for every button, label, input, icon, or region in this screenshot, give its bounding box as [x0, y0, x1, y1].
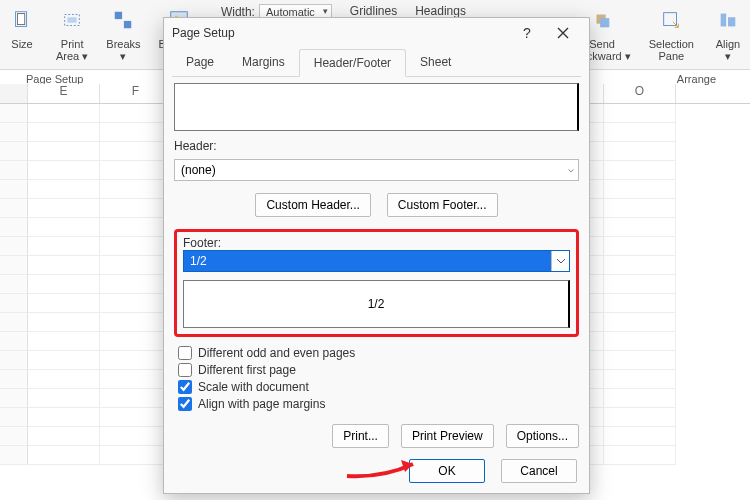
cancel-button[interactable]: Cancel: [501, 459, 577, 483]
page-setup-dialog: Page Setup ? Page Margins Header/Footer …: [163, 17, 590, 494]
svg-rect-5: [124, 21, 131, 28]
ok-button[interactable]: OK: [409, 459, 485, 483]
selection-pane-icon: [655, 4, 687, 36]
dialog-body: Header: (none) ⌵ Custom Header... Custom…: [164, 77, 589, 456]
dialog-titlebar: Page Setup ?: [164, 18, 589, 48]
tab-margins[interactable]: Margins: [228, 49, 299, 77]
chevron-down-icon: ⌵: [568, 163, 574, 174]
chk-odd-even[interactable]: Different odd and even pages: [178, 346, 579, 360]
dialog-tabs: Page Margins Header/Footer Sheet: [172, 48, 581, 77]
chk-scale[interactable]: Scale with document: [178, 380, 579, 394]
chk-align[interactable]: Align with page margins: [178, 397, 579, 411]
footer-label: Footer:: [183, 236, 570, 250]
ribbon-gridlines-col: Gridlines: [350, 4, 397, 18]
gridlines-label: Gridlines: [350, 4, 397, 18]
print-button[interactable]: Print...: [332, 424, 389, 448]
tab-page[interactable]: Page: [172, 49, 228, 77]
header-label: Header:: [174, 139, 579, 153]
svg-rect-3: [68, 17, 77, 23]
ribbon-selection-pane[interactable]: Selection Pane: [649, 4, 694, 62]
print-area-icon: [56, 4, 88, 36]
header-preview: [174, 83, 579, 131]
ribbon-headings-col: Headings: [415, 4, 466, 18]
svg-rect-9: [600, 18, 609, 27]
print-buttons-row: Print... Print Preview Options...: [174, 424, 579, 448]
checkbox-group: Different odd and even pages Different f…: [174, 343, 579, 414]
header-select[interactable]: (none) ⌵: [174, 159, 579, 181]
chk-first-page[interactable]: Different first page: [178, 363, 579, 377]
svg-rect-12: [728, 17, 735, 26]
ribbon-align[interactable]: Align ▾: [712, 4, 744, 63]
dialog-footer: OK Cancel: [409, 459, 577, 483]
footer-select[interactable]: 1/2: [183, 250, 570, 272]
ribbon-print-area[interactable]: Print Area ▾: [56, 4, 88, 63]
print-preview-button[interactable]: Print Preview: [401, 424, 494, 448]
breaks-icon: [107, 4, 139, 36]
close-icon: [557, 27, 569, 39]
custom-footer-button[interactable]: Custom Footer...: [387, 193, 498, 217]
align-icon: [712, 4, 744, 36]
options-button[interactable]: Options...: [506, 424, 579, 448]
size-icon: [6, 4, 38, 36]
header-value: (none): [181, 163, 216, 177]
ribbon-size[interactable]: Size: [6, 4, 38, 50]
ribbon-breaks[interactable]: Breaks ▾: [106, 4, 140, 63]
tab-sheet[interactable]: Sheet: [406, 49, 465, 77]
custom-buttons-row: Custom Header... Custom Footer...: [174, 193, 579, 217]
chevron-down-icon: [551, 251, 569, 271]
send-backward-icon: [586, 4, 618, 36]
footer-preview: 1/2: [183, 280, 570, 328]
svg-rect-4: [115, 12, 122, 19]
dialog-title: Page Setup: [172, 26, 235, 40]
svg-rect-11: [721, 14, 727, 27]
annotation-highlight: Footer: 1/2 1/2: [174, 229, 579, 337]
headings-label: Headings: [415, 4, 466, 18]
tab-header-footer[interactable]: Header/Footer: [299, 49, 406, 77]
footer-preview-text: 1/2: [368, 297, 385, 311]
close-button[interactable]: [545, 19, 581, 47]
custom-header-button[interactable]: Custom Header...: [255, 193, 370, 217]
help-button[interactable]: ?: [509, 19, 545, 47]
footer-value: 1/2: [184, 254, 213, 268]
